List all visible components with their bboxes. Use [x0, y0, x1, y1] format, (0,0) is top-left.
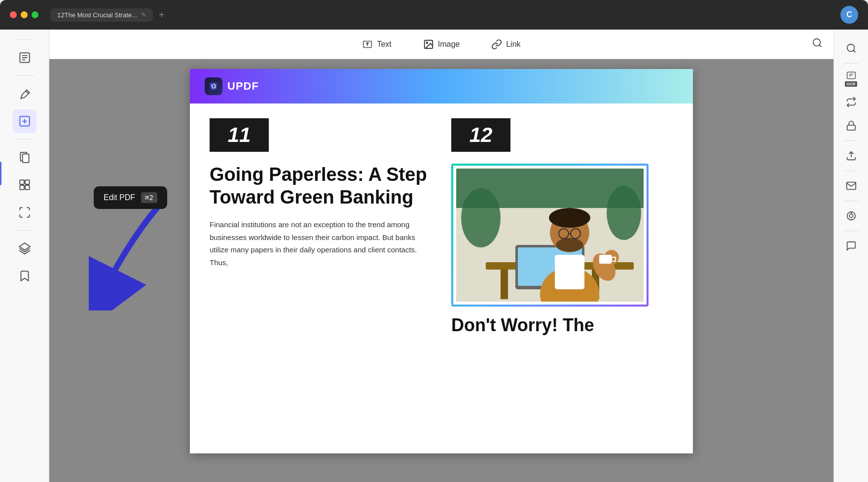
tab-title: 12The Most Crucial Strate... [57, 11, 137, 19]
svg-point-16 [813, 38, 821, 46]
top-toolbar: Text Image Link [49, 30, 833, 59]
sidebar-divider-2 [15, 139, 35, 139]
svg-rect-44 [847, 125, 855, 130]
section-12-number: 12 [451, 118, 510, 152]
svg-point-15 [426, 42, 428, 43]
sidebar-edit-icon[interactable] [13, 109, 36, 133]
pdf-page: UPDF 11 Going Paperless: A Step Toward G… [190, 69, 693, 453]
sidebar-divider-top [15, 39, 35, 40]
sidebar-bookmark-icon[interactable] [13, 264, 36, 288]
blue-arrow [89, 202, 168, 312]
svg-rect-33 [555, 255, 584, 289]
svg-rect-7 [22, 154, 29, 163]
pdf-viewer[interactable]: UPDF 11 Going Paperless: A Step Toward G… [49, 59, 833, 482]
ocr-button[interactable]: OCR [840, 68, 862, 89]
svg-rect-10 [20, 185, 24, 190]
share-button[interactable] [840, 145, 862, 167]
tab-edit-icon[interactable]: ✎ [141, 11, 146, 18]
svg-point-29 [556, 238, 583, 252]
svg-line-42 [853, 50, 855, 52]
app-container: Text Image Link [0, 30, 868, 482]
save-button[interactable] [840, 205, 862, 227]
svg-rect-9 [25, 180, 30, 184]
svg-rect-8 [20, 180, 24, 184]
svg-point-41 [847, 44, 854, 52]
pdf-left-column: 11 Going Paperless: A Step Toward Green … [210, 118, 441, 345]
tab-area: 12The Most Crucial Strate... ✎ + [50, 8, 165, 22]
sidebar-divider-1 [15, 75, 35, 76]
left-sidebar [0, 30, 49, 482]
sidebar-pages-icon[interactable] [13, 145, 36, 169]
mail-button[interactable] [840, 175, 862, 197]
right-divider-4 [844, 201, 859, 201]
edit-pdf-tooltip: Edit PDF ⌘2 [94, 186, 167, 209]
updf-icon [205, 77, 222, 95]
right-divider-5 [844, 231, 859, 231]
section-11-number: 11 [210, 118, 269, 152]
protect-button[interactable] [840, 115, 862, 137]
ocr-label: OCR [845, 81, 858, 87]
avatar[interactable]: C [840, 6, 858, 24]
pdf-image-border [451, 164, 649, 307]
add-tab-button[interactable]: + [159, 9, 165, 21]
link-tool-label: Link [506, 40, 520, 49]
pdf-image [456, 169, 644, 302]
content-area: Text Image Link [49, 30, 833, 482]
section-11-body: Financial institutions are not an except… [210, 218, 432, 269]
image-tool-button[interactable]: Image [417, 35, 466, 54]
link-tool-icon [491, 39, 502, 50]
close-button[interactable] [10, 11, 17, 18]
svg-line-17 [819, 45, 821, 47]
right-sidebar: OCR [833, 30, 868, 482]
traffic-lights [10, 11, 38, 18]
sidebar-divider-3 [15, 230, 35, 231]
search-right-button[interactable] [840, 37, 862, 59]
svg-rect-38 [599, 255, 612, 264]
search-button[interactable] [809, 34, 826, 54]
link-tool-button[interactable]: Link [485, 35, 526, 54]
sidebar-annotate-icon[interactable] [13, 82, 36, 105]
minimize-button[interactable] [21, 11, 28, 18]
svg-rect-11 [25, 185, 30, 190]
right-divider-1 [844, 63, 859, 64]
tooltip-shortcut: ⌘2 [141, 192, 157, 203]
tab-active[interactable]: 12The Most Crucial Strate... ✎ [50, 8, 153, 22]
pdf-body: 11 Going Paperless: A Step Toward Green … [190, 103, 693, 360]
section-12-subtitle: Don't Worry! The [451, 314, 673, 336]
text-tool-button[interactable]: Text [356, 35, 397, 54]
svg-point-47 [849, 214, 853, 217]
right-divider-3 [844, 171, 859, 171]
pdf-header: UPDF [190, 69, 693, 103]
svg-point-36 [461, 188, 501, 247]
svg-rect-21 [501, 270, 508, 299]
sidebar-compress-icon[interactable] [13, 201, 36, 224]
maximize-button[interactable] [32, 11, 38, 18]
text-tool-icon [362, 39, 373, 50]
svg-point-37 [607, 186, 641, 240]
image-tool-icon [423, 39, 434, 50]
sidebar-organize-icon[interactable] [13, 173, 36, 197]
title-bar: 12The Most Crucial Strate... ✎ + C [0, 0, 868, 30]
image-tool-label: Image [438, 40, 460, 49]
svg-point-28 [549, 208, 590, 228]
pdf-right-column: 12 [441, 118, 673, 345]
section-11-title: Going Paperless: A Step Toward Green Ban… [210, 164, 432, 208]
sidebar-layers-icon[interactable] [13, 237, 36, 260]
convert-button[interactable] [840, 91, 862, 113]
sidebar-reader-icon[interactable] [13, 46, 36, 69]
comment-button[interactable] [840, 235, 862, 257]
right-divider-2 [844, 140, 859, 141]
svg-rect-43 [847, 72, 855, 78]
text-tool-label: Text [377, 40, 391, 49]
tooltip-label: Edit PDF [104, 193, 135, 202]
active-indicator [0, 162, 1, 185]
updf-logo: UPDF [205, 77, 259, 95]
brand-name: UPDF [227, 80, 259, 93]
